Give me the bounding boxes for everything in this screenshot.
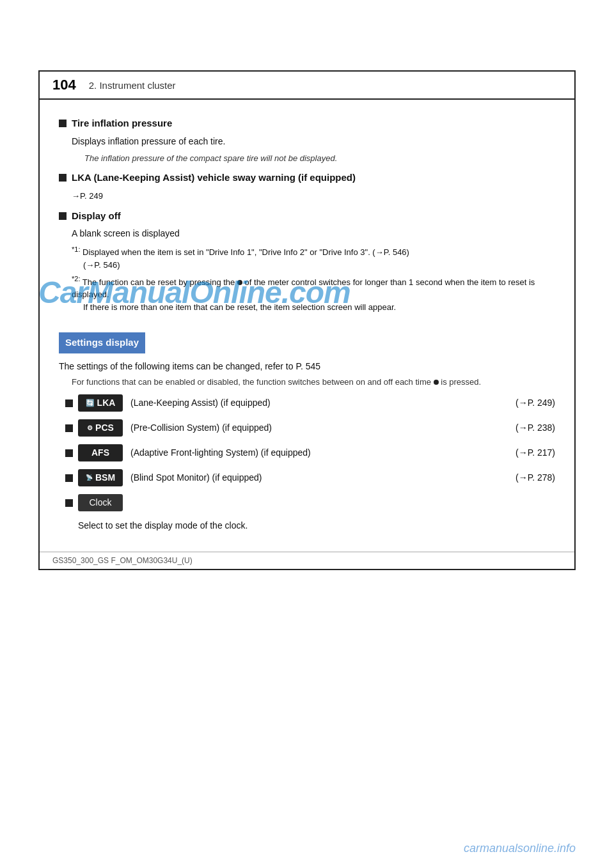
feature-row-clock: Clock — [65, 494, 555, 511]
dot-icon — [237, 280, 242, 285]
clock-note: Select to set the display mode of the cl… — [78, 519, 555, 532]
lka-ref: (→P. 249) — [516, 396, 555, 410]
bullet-icon — [65, 449, 73, 457]
tire-title: Tire inflation pressure — [72, 116, 172, 131]
feature-row-pcs: ⚙ PCS (Pre-Collision System) (if equippe… — [65, 419, 555, 437]
afs-ref: (→P. 217) — [516, 446, 555, 460]
bullet-icon — [65, 474, 73, 482]
footer: GS350_300_GS F_OM_OM30G34U_(U) — [40, 552, 574, 569]
lka-warning-title: LKA (Lane-Keeping Assist) vehicle sway w… — [72, 171, 356, 185]
lka-warning-header: LKA (Lane-Keeping Assist) vehicle sway w… — [59, 171, 555, 185]
settings-note: For functions that can be enabled or dis… — [72, 376, 555, 389]
bsm-ref: (→P. 278) — [516, 471, 555, 484]
pcs-ref: (→P. 238) — [516, 421, 555, 435]
tire-section-header: Tire inflation pressure — [59, 116, 555, 131]
pcs-desc: (Pre-Collision System) (if equipped) — [130, 421, 509, 435]
settings-intro: The settings of the following items can … — [59, 360, 555, 373]
bottom-watermark: carmanualsonline.info — [464, 842, 576, 855]
dot-icon — [434, 380, 439, 385]
display-off-header: Display off — [59, 209, 555, 224]
footnote-1: *1: Displayed when the item is set in "D… — [72, 244, 555, 271]
feature-row-afs: AFS (Adaptive Front-lighting System) (if… — [65, 444, 555, 461]
bullet-icon — [65, 399, 73, 407]
bullet-icon — [65, 424, 73, 432]
afs-badge: AFS — [78, 444, 123, 461]
clock-badge: Clock — [78, 494, 123, 511]
bsm-desc: (Blind Spot Monitor) (if equipped) — [130, 471, 509, 484]
page-number: 104 — [52, 77, 76, 93]
tire-note: The inflation pressure of the compact sp… — [84, 152, 555, 165]
pcs-badge: ⚙ PCS — [78, 419, 123, 437]
settings-section: Settings display The settings of the fol… — [59, 323, 555, 532]
tire-body: Displays inflation pressure of each tire… — [72, 135, 555, 148]
bullet-icon — [59, 174, 67, 182]
chapter-title: 2. Instrument cluster — [89, 80, 176, 91]
display-off-title: Display off — [72, 209, 121, 224]
bullet-icon — [59, 120, 67, 127]
header-bar: 104 2. Instrument cluster — [40, 72, 574, 100]
bsm-badge: 📡 BSM — [78, 469, 123, 486]
display-off-body: A blank screen is displayed — [72, 227, 555, 240]
footer-text: GS350_300_GS F_OM_OM30G34U_(U) — [52, 556, 193, 565]
lka-desc: (Lane-Keeping Assist) (if equipped) — [130, 396, 509, 410]
settings-header: Settings display — [59, 332, 145, 353]
bullet-icon — [65, 499, 73, 507]
feature-row-bsm: 📡 BSM (Blind Spot Monitor) (if equipped)… — [65, 469, 555, 486]
bullet-icon — [59, 212, 67, 220]
footnote-2: *2: The function can be reset by pressin… — [72, 274, 555, 313]
afs-desc: (Adaptive Front-lighting System) (if equ… — [130, 446, 509, 460]
feature-row-lka: 🔄 LKA (Lane-Keeping Assist) (if equipped… — [65, 394, 555, 412]
lka-warning-ref: →P. 249 — [72, 189, 555, 203]
lka-badge: 🔄 LKA — [78, 394, 123, 412]
